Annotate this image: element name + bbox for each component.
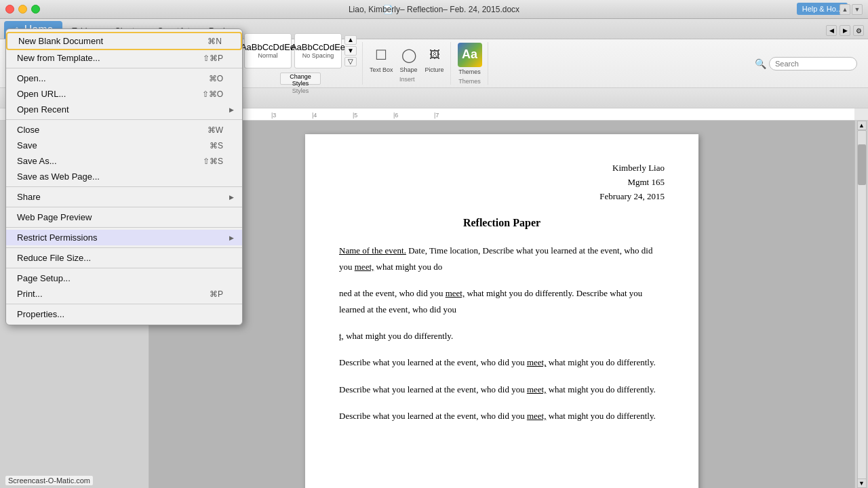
menu-item-reduce[interactable]: Reduce File Size... bbox=[6, 250, 242, 266]
themes-letter: Aa bbox=[462, 47, 477, 62]
menu-restrict-label: Restrict Permissions bbox=[17, 232, 231, 243]
shape-insert-item[interactable]: ◯ Shape bbox=[399, 45, 419, 73]
menu-item-save[interactable]: Save ⌘S bbox=[6, 138, 242, 153]
menu-properties-label: Properties... bbox=[17, 309, 231, 319]
scroll-up-button[interactable]: ▲ bbox=[857, 121, 867, 130]
doc-para-3: t, what might you do differently. bbox=[339, 328, 665, 344]
menu-save-web-label: Save as Web Page... bbox=[17, 171, 231, 182]
change-styles-button[interactable]: Change Styles bbox=[280, 73, 321, 85]
menu-item-web-preview[interactable]: Web Page Preview bbox=[6, 209, 242, 225]
style-arrows: ▲ ▼ ▽ bbox=[344, 33, 357, 68]
dropdown-menu: New Blank Document ⌘N New from Template.… bbox=[5, 28, 243, 325]
search-input[interactable] bbox=[769, 57, 857, 70]
menu-save-as-label: Save As... bbox=[17, 156, 231, 166]
menu-sep-2 bbox=[6, 119, 242, 120]
doc-para-5: Describe what you learned at the event, … bbox=[339, 382, 665, 397]
ruler-mark-5: |5 bbox=[353, 112, 357, 119]
menu-save-label: Save bbox=[17, 140, 231, 150]
menu-print-label: Print... bbox=[17, 289, 231, 299]
styles-section-label: Styles bbox=[292, 87, 309, 94]
scrollbar-track[interactable] bbox=[857, 130, 867, 488]
menu-open-recent-label: Open Recent bbox=[17, 104, 231, 115]
doc-para-1: Name of the event. Date, Time location, … bbox=[339, 243, 665, 274]
minimize-button[interactable] bbox=[18, 5, 27, 14]
themes-label: Themes bbox=[458, 68, 481, 75]
title-bar: 📄 Liao, Kimberly– Reflection– Feb. 24, 2… bbox=[0, 0, 868, 19]
style-normal-sample: AaBbCcDdEe bbox=[241, 42, 295, 52]
picture-label: Picture bbox=[425, 66, 444, 73]
scroll-left-icon[interactable]: ◀ bbox=[826, 25, 837, 36]
scroll-down-button[interactable]: ▼ bbox=[857, 479, 867, 488]
style-no-spacing[interactable]: AaBbCcDdEe No Spacing bbox=[294, 33, 342, 68]
event-label: Name of the event. bbox=[339, 245, 406, 256]
search-section: 🔍 bbox=[749, 42, 863, 85]
menu-open-url-shortcut: ⇧⌘O bbox=[202, 89, 223, 99]
themes-icon: Aa bbox=[458, 43, 482, 67]
maximize-button[interactable] bbox=[31, 5, 40, 14]
style-more-button[interactable]: ▽ bbox=[344, 57, 357, 66]
menu-item-close[interactable]: Close ⌘W bbox=[6, 122, 242, 138]
menu-new-template-label: New from Template... bbox=[17, 53, 231, 63]
ribbon-insert-section: ☐ Text Box ◯ Shape 🖼 Picture Insert bbox=[364, 42, 451, 85]
style-down-button[interactable]: ▼ bbox=[344, 46, 357, 56]
menu-sep-7 bbox=[6, 268, 242, 268]
menu-sep-6 bbox=[6, 247, 242, 248]
ruler-mark-7: |7 bbox=[434, 112, 439, 119]
menu-reduce-label: Reduce File Size... bbox=[17, 253, 231, 263]
menu-item-restrict[interactable]: Restrict Permissions bbox=[6, 230, 242, 245]
menu-sep-4 bbox=[6, 207, 242, 207]
document-area[interactable]: Kimberly Liao Mgmt 165 February 24, 2015… bbox=[149, 121, 854, 488]
menu-sep-8 bbox=[6, 304, 242, 304]
nav-arrows: ▲ ▼ bbox=[840, 4, 863, 15]
shape-icon: ◯ bbox=[399, 45, 419, 65]
watermark: Screencast-O-Matic.com bbox=[5, 476, 93, 485]
doc-para-6: Describe what you learned at the event, … bbox=[339, 408, 665, 424]
style-no-spacing-label: No Spacing bbox=[302, 52, 334, 59]
menu-item-new-blank[interactable]: New Blank Document ⌘N bbox=[6, 32, 242, 50]
scrollbar-thumb[interactable] bbox=[858, 144, 866, 185]
menu-new-template-shortcut: ⇧⌘P bbox=[203, 54, 223, 63]
shape-label: Shape bbox=[400, 66, 418, 73]
menu-item-open[interactable]: Open... ⌘O bbox=[6, 70, 242, 86]
menu-item-open-recent[interactable]: Open Recent bbox=[6, 102, 242, 117]
menu-sep-3 bbox=[6, 186, 242, 187]
settings-icon[interactable]: ⚙ bbox=[853, 25, 864, 36]
right-scrollbar[interactable]: ▲ ▼ bbox=[854, 121, 868, 488]
menu-item-properties[interactable]: Properties... bbox=[6, 306, 242, 322]
window-title: Liao, Kimberly– Reflection– Feb. 24, 201… bbox=[349, 5, 519, 14]
menu-item-print[interactable]: Print... ⌘P bbox=[6, 286, 242, 302]
textbox-insert-item[interactable]: ☐ Text Box bbox=[370, 45, 393, 73]
search-icon: 🔍 bbox=[755, 58, 766, 69]
menu-item-save-as[interactable]: Save As... ⇧⌘S bbox=[6, 153, 242, 169]
menu-close-label: Close bbox=[17, 125, 231, 135]
scroll-right-icon[interactable]: ▶ bbox=[840, 25, 850, 36]
nav-up-arrow[interactable]: ▲ bbox=[840, 4, 850, 15]
doc-date: February 24, 2015 bbox=[339, 190, 665, 204]
close-button[interactable] bbox=[5, 5, 14, 14]
style-no-spacing-sample: AaBbCcDdEe bbox=[291, 42, 345, 52]
themes-section-label: Themes bbox=[458, 78, 481, 85]
menu-open-url-label: Open URL... bbox=[17, 89, 231, 99]
picture-insert-item[interactable]: 🖼 Picture bbox=[425, 45, 445, 73]
menu-item-save-web[interactable]: Save as Web Page... bbox=[6, 169, 242, 184]
menu-web-preview-label: Web Page Preview bbox=[17, 212, 231, 222]
menu-close-shortcut: ⌘W bbox=[208, 125, 223, 135]
doc-header: Kimberly Liao Mgmt 165 February 24, 2015 bbox=[339, 161, 665, 203]
menu-item-new-template[interactable]: New from Template... ⇧⌘P bbox=[6, 50, 242, 66]
author-name: Kimberly Liao bbox=[339, 161, 665, 176]
nav-down-arrow[interactable]: ▼ bbox=[852, 4, 863, 15]
menu-item-open-url[interactable]: Open URL... ⇧⌘O bbox=[6, 86, 242, 102]
menu-print-shortcut: ⌘P bbox=[210, 289, 223, 299]
ribbon-themes-section: Aa Themes Themes bbox=[452, 42, 488, 85]
menu-item-page-setup[interactable]: Page Setup... bbox=[6, 270, 242, 286]
style-up-button[interactable]: ▲ bbox=[344, 35, 357, 45]
traffic-lights[interactable] bbox=[5, 5, 40, 14]
themes-item[interactable]: Aa Themes bbox=[458, 43, 482, 75]
ruler-mark-6: |6 bbox=[393, 112, 398, 119]
style-normal[interactable]: AaBbCcDdEe Normal bbox=[244, 33, 292, 68]
menu-item-share[interactable]: Share bbox=[6, 189, 242, 205]
menu-save-shortcut: ⌘S bbox=[210, 141, 223, 150]
menu-sep-5 bbox=[6, 227, 242, 228]
doc-para-4: Describe what you learned at the event, … bbox=[339, 354, 665, 370]
doc-para-2: ned at the event, who did you meet, what… bbox=[339, 285, 665, 317]
